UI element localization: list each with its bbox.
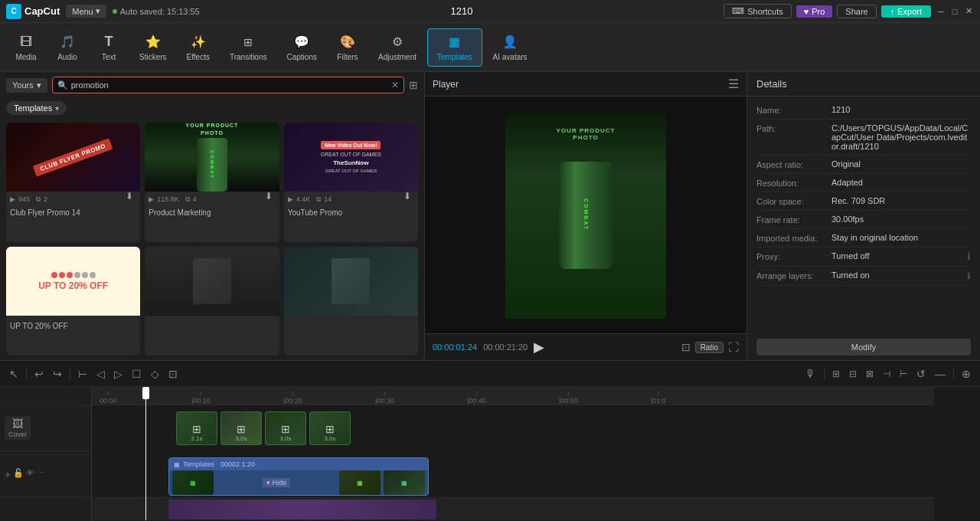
tool-ai-avatars[interactable]: 👤 AI avatars <box>484 29 537 66</box>
detail-name-row: Name: 1210 <box>756 101 971 120</box>
tool-audio[interactable]: 🎵 Audio <box>47 29 87 66</box>
more-icon[interactable]: ⋯ <box>37 468 45 480</box>
divider <box>70 367 70 381</box>
close-button[interactable]: ✕ <box>963 6 974 17</box>
download-icon[interactable]: ⬇ <box>265 191 273 202</box>
trim-left-button[interactable]: ◁ <box>93 366 108 382</box>
mic-button[interactable]: 🎙 <box>802 366 819 382</box>
track-control-2: + 🔓 👁 ⋯ <box>0 451 91 497</box>
track-control-1: 🖼 Cover <box>0 405 91 451</box>
cursor-tool[interactable]: ↖ <box>6 366 21 382</box>
tool-transitions[interactable]: ⊞ Transitions <box>220 29 276 66</box>
play-button[interactable]: ▶ <box>534 339 544 356</box>
templates-icon: ▦ <box>446 34 463 51</box>
template-card-5[interactable] <box>145 247 279 356</box>
trim-right-button[interactable]: ▷ <box>111 366 126 382</box>
tool-media[interactable]: 🎞 Media <box>6 29 46 66</box>
menu-button[interactable]: Menu ▾ <box>66 5 106 18</box>
tool-captions[interactable]: 💬 Captions <box>278 29 326 66</box>
adjustment-icon: ⚙ <box>389 34 406 51</box>
template-meta-2: ▶ 115.8K ⧉ 4 ⬇ <box>145 192 279 207</box>
delete-button[interactable]: ☐ <box>129 366 145 382</box>
group-button[interactable]: ⊡ <box>165 366 181 382</box>
left-panel: Yours ▾ 🔍 ✕ ⊞ Templates ▾ CLUB FLYER PRO… <box>0 72 425 360</box>
add-track-icon[interactable]: + <box>5 468 11 480</box>
clip-1[interactable]: ⊞ 2.1s <box>176 411 217 445</box>
view-icon: ▶ <box>288 195 293 203</box>
template-card-2[interactable]: YOUR PRODUCT PHOTO COMBAT ▶ 115.8K ⧉ 4 ⬇… <box>145 123 279 242</box>
hide-button[interactable]: ▾ Hide <box>263 478 290 487</box>
keyframe-button[interactable]: ◇ <box>148 366 162 382</box>
clip-2[interactable]: ⊞ 3.0s <box>220 411 262 445</box>
info-icon[interactable]: ℹ <box>967 251 971 262</box>
playhead <box>145 387 146 520</box>
colorspace-value: Rec. 709 SDR <box>831 196 971 205</box>
template-card-4[interactable]: UP TO 20% OFF UP TO 20% OFF <box>6 247 140 356</box>
template-card-1[interactable]: CLUB FLYER PROMO ▶ 945 ⧉ 2 ⬇ Club Flyer … <box>6 123 140 242</box>
template-track[interactable]: ▦ Templates 00002 1:20 ▦ ▾ Hide <box>168 457 429 496</box>
tool-stickers[interactable]: ⭐ Stickers <box>130 29 176 66</box>
tool-text[interactable]: T Text <box>89 29 129 66</box>
pro-button[interactable]: ♥ Pro <box>796 5 833 18</box>
lock-icon[interactable]: 🔓 <box>13 468 24 480</box>
restore-button[interactable]: □ <box>949 6 960 17</box>
track-thumb-3: ▦ <box>384 470 425 495</box>
download-icon[interactable]: ⬇ <box>403 191 411 202</box>
video-preview: YOUR PRODUCTPHOTO COMBAT <box>505 112 666 319</box>
modify-button[interactable]: Modify <box>756 339 971 356</box>
name-label: Name: <box>756 105 825 115</box>
player-controls: 00:00:01:24 00:00:21:20 ▶ ⊡ Ratio ⛶ <box>425 333 746 360</box>
shortcuts-button[interactable]: ⌨ Shortcuts <box>724 4 791 18</box>
cover-button[interactable]: 🖼 Cover <box>5 416 31 440</box>
template-name-3: YouTube Promo <box>284 207 418 220</box>
image-icon: 🖼 <box>12 418 23 430</box>
template-meta-1: ▶ 945 ⧉ 2 ⬇ <box>6 192 140 207</box>
track-button[interactable]: ⊠ <box>863 367 877 381</box>
tool-effects[interactable]: ✨ Effects <box>178 29 219 66</box>
clone-button[interactable]: ⊢ <box>897 367 910 381</box>
content-area: Yours ▾ 🔍 ✕ ⊞ Templates ▾ CLUB FLYER PRO… <box>0 72 980 360</box>
templates-tab[interactable]: Templates ▾ <box>6 101 67 115</box>
tool-adjustment[interactable]: ⚙ Adjustment <box>369 29 426 66</box>
captions-icon: 💬 <box>293 34 310 51</box>
player-tools: ⊡ Ratio ⛶ <box>681 341 739 353</box>
export-button[interactable]: ↑ Export <box>881 5 931 18</box>
search-clear-icon[interactable]: ✕ <box>391 80 399 90</box>
template-card-6[interactable] <box>284 247 418 356</box>
timeline-scroll[interactable]: 00:00 |00:10 |00:20 |00:30 <box>92 387 980 521</box>
player-menu-icon[interactable]: ☰ <box>728 77 739 91</box>
product-label: YOUR PRODUCTPHOTO <box>557 127 616 141</box>
tool-filters[interactable]: 🎨 Filters <box>328 29 368 66</box>
fullscreen-button[interactable]: ⛶ <box>728 341 739 353</box>
fit-screen-button[interactable]: ⊡ <box>681 341 691 353</box>
undo-button[interactable]: ↩ <box>31 366 47 382</box>
loop-button[interactable]: ↺ <box>913 366 929 382</box>
minimize-button[interactable]: ─ <box>936 6 946 17</box>
search-input[interactable] <box>71 80 388 90</box>
ratio-button[interactable]: Ratio <box>695 342 724 353</box>
split-button[interactable]: ⊢ <box>75 366 90 382</box>
bottom-track-content <box>168 500 436 519</box>
clip-icon: ⧉ <box>185 195 190 204</box>
overlay-button[interactable]: ⊟ <box>846 367 860 381</box>
speed-button[interactable]: — <box>932 366 949 382</box>
timeline-toolbar: ↖ ↩ ↪ ⊢ ◁ ▷ ☐ ◇ ⊡ 🎙 ⊞ ⊟ ⊠ ⊣ ⊢ ↺ — ⊕ <box>0 361 980 387</box>
download-icon[interactable]: ⬇ <box>126 191 133 202</box>
yours-dropdown[interactable]: Yours ▾ <box>6 78 47 93</box>
tool-templates[interactable]: ▦ Templates <box>427 28 482 67</box>
template-thumb-3: New Video Out Now! GREAT OUT OF GAMES Th… <box>284 123 418 192</box>
zoom-button[interactable]: ⊕ <box>959 366 974 382</box>
eye-icon[interactable]: 👁 <box>26 468 34 480</box>
template-card-3[interactable]: New Video Out Now! GREAT OUT OF GAMES Th… <box>284 123 418 242</box>
redo-button[interactable]: ↪ <box>50 366 65 382</box>
share-button[interactable]: Share <box>837 5 876 18</box>
link-button[interactable]: ⊞ <box>829 367 843 381</box>
clip-3[interactable]: ⊞ 3.0s <box>265 411 306 445</box>
filter-button[interactable]: ⊞ <box>409 79 418 91</box>
clip-4[interactable]: ⊞ 3.0s <box>309 411 351 445</box>
topbar: C CapCut Menu ▾ Auto saved: 15:13:55 121… <box>0 0 980 23</box>
template-name-6 <box>284 320 418 325</box>
track-thumb-2: ▦ <box>339 470 381 495</box>
info-icon-2[interactable]: ℹ <box>967 270 971 281</box>
align-button[interactable]: ⊣ <box>880 367 893 381</box>
